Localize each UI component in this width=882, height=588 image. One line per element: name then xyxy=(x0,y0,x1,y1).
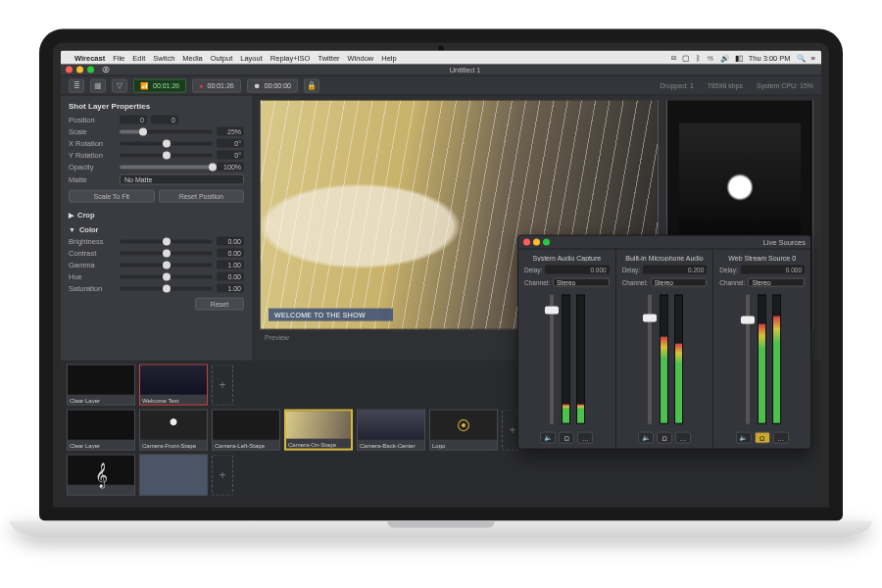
wifi-stream-icon: 📶 xyxy=(140,81,149,89)
battery-icon[interactable]: ▮▯ xyxy=(735,53,743,62)
volume-icon[interactable]: 🔊 xyxy=(720,53,729,62)
notifications-icon[interactable]: ≡ xyxy=(811,53,815,62)
cpu-stat: System CPU: 15% xyxy=(757,82,813,89)
menubar-item[interactable]: Switch xyxy=(153,53,174,62)
saturation-value[interactable]: 1.00 xyxy=(217,284,244,293)
menubar-clock[interactable]: Thu 3:00 PM xyxy=(749,53,791,62)
solo-button[interactable]: Ω xyxy=(657,432,672,444)
contrast-slider[interactable] xyxy=(120,251,213,255)
menubar-item[interactable]: Twitter xyxy=(318,53,339,62)
shot-item[interactable]: 𝄞 xyxy=(67,455,135,496)
delay-value[interactable]: 0.000 xyxy=(545,266,609,274)
channel-mode-label: Channel: xyxy=(622,279,648,286)
channel-mode-select[interactable]: Stereo xyxy=(748,278,805,287)
record-timer: 00:01:26 xyxy=(207,82,233,89)
menubar-item[interactable]: File xyxy=(113,53,124,62)
stream-button[interactable]: 📶 00:01:26 xyxy=(133,78,186,92)
solo-button[interactable]: Ω xyxy=(755,432,770,444)
menubar-item[interactable]: Replay+ISO xyxy=(270,53,311,62)
delay-label: Delay: xyxy=(719,267,737,273)
add-shot-button[interactable]: + xyxy=(212,365,233,406)
wifi-icon[interactable]: ᯾ xyxy=(707,53,714,62)
menubar-item[interactable]: Window xyxy=(348,53,374,62)
shots-icon[interactable]: ▦ xyxy=(90,78,106,92)
layers-icon[interactable]: ≣ xyxy=(69,78,84,92)
mute-button[interactable]: 🔈 xyxy=(638,432,654,444)
shot-camera-left[interactable]: Camera-Left-Stage xyxy=(212,410,280,451)
mute-button[interactable]: 🔈 xyxy=(736,432,752,444)
scale-to-fit-button[interactable]: Scale To Fit xyxy=(69,190,155,203)
menubar-app[interactable]: Wirecast xyxy=(74,53,105,62)
zoom-button[interactable] xyxy=(87,67,94,74)
matte-select[interactable]: No Matte xyxy=(120,174,244,185)
zoom-button[interactable] xyxy=(543,239,550,246)
shot-clear-layer[interactable]: Clear Layer xyxy=(67,365,135,406)
menubar-item[interactable]: Edit xyxy=(132,53,145,62)
lock-icon[interactable]: 🔒 xyxy=(304,78,319,92)
color-reset-button[interactable]: Reset xyxy=(195,298,244,311)
opacity-label: Opacity xyxy=(69,163,116,172)
yrot-value[interactable]: 0° xyxy=(217,151,244,160)
xrot-value[interactable]: 0° xyxy=(217,139,244,148)
scale-slider[interactable] xyxy=(120,129,213,133)
hue-value[interactable]: 0.00 xyxy=(217,272,244,281)
bluetooth-icon[interactable]: ᛒ xyxy=(696,53,701,62)
live-sources-window[interactable]: Live Sources System Audio Capture Delay:… xyxy=(517,235,811,450)
opacity-value[interactable]: 100% xyxy=(217,163,244,172)
gamma-value[interactable]: 1.00 xyxy=(217,261,244,270)
record-button[interactable]: ● 00:01:26 xyxy=(192,78,240,92)
minimize-button[interactable] xyxy=(533,239,540,246)
xrot-slider[interactable] xyxy=(120,141,213,145)
minimize-button[interactable] xyxy=(76,67,83,74)
shot-welcome-text[interactable]: Welcome Text xyxy=(139,365,208,406)
delay-value[interactable]: 0.200 xyxy=(643,266,707,274)
monitor-button[interactable]: … xyxy=(773,432,789,444)
monitor-button[interactable]: … xyxy=(577,432,593,444)
hue-slider[interactable] xyxy=(120,274,213,278)
shot-item[interactable] xyxy=(139,455,208,496)
filter-icon[interactable]: ▽ xyxy=(112,78,127,92)
saturation-slider[interactable] xyxy=(120,286,213,290)
scale-value[interactable]: 25% xyxy=(217,127,244,136)
brightness-slider[interactable] xyxy=(120,239,213,243)
position-y[interactable]: 0 xyxy=(151,116,178,124)
menubar-item[interactable]: Help xyxy=(381,53,396,62)
menubar-item[interactable]: Media xyxy=(182,53,202,62)
hue-label: Hue xyxy=(69,272,116,281)
reset-position-button[interactable]: Reset Position xyxy=(159,190,245,203)
position-x[interactable]: 0 xyxy=(120,116,147,124)
close-button[interactable] xyxy=(523,239,530,246)
menubar-item[interactable]: Output xyxy=(211,53,233,62)
add-shot-button[interactable]: + xyxy=(212,455,233,496)
delay-label: Delay: xyxy=(524,267,542,273)
shot-camera-front[interactable]: Camera-Front-Stage xyxy=(139,410,208,451)
menubar-item[interactable]: Layout xyxy=(240,53,263,62)
volume-fader[interactable] xyxy=(550,295,554,424)
dropbox-icon[interactable]: ⧈ xyxy=(671,53,676,63)
monitor-button[interactable]: … xyxy=(675,432,691,444)
crop-section-toggle[interactable]: ▶Crop xyxy=(69,211,244,220)
mute-button[interactable]: 🔈 xyxy=(540,432,556,444)
opacity-slider[interactable] xyxy=(120,165,213,169)
shot-clear-layer[interactable]: Clear Layer xyxy=(67,410,135,451)
brightness-value[interactable]: 0.00 xyxy=(217,237,244,246)
volume-fader[interactable] xyxy=(746,295,750,424)
contrast-value[interactable]: 0.00 xyxy=(217,249,244,258)
gamma-slider[interactable] xyxy=(120,263,213,267)
iso-icon: ⏺ xyxy=(254,82,261,89)
shot-logo[interactable]: ⦿Logo xyxy=(429,410,498,451)
airplay-icon[interactable]: ▢ xyxy=(682,53,690,62)
channel-mode-select[interactable]: Stereo xyxy=(553,278,610,287)
solo-button[interactable]: Ω xyxy=(559,432,574,444)
delay-value[interactable]: 0.000 xyxy=(741,266,805,274)
color-section-toggle[interactable]: ▼Color xyxy=(69,225,244,234)
shot-camera-back[interactable]: Camera-Back-Center xyxy=(357,410,425,451)
level-meter-l xyxy=(562,295,570,424)
yrot-slider[interactable] xyxy=(120,153,213,157)
channel-mode-select[interactable]: Stereo xyxy=(651,278,708,287)
iso-button[interactable]: ⏺ 00:00:00 xyxy=(247,78,298,92)
volume-fader[interactable] xyxy=(648,295,652,424)
shot-camera-onstage[interactable]: Camera-On-Stage xyxy=(284,410,353,451)
spotlight-icon[interactable]: 🔍 xyxy=(797,53,806,62)
close-button[interactable] xyxy=(66,67,73,74)
